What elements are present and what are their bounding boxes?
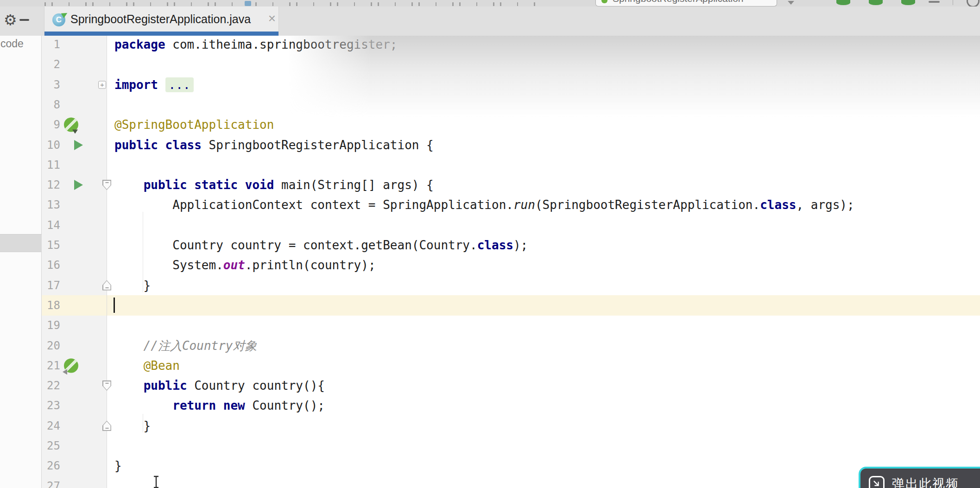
ibeam-cursor [152, 475, 161, 488]
text-caret [114, 298, 115, 313]
code-text: } [114, 275, 151, 296]
spring-boot-gutter-icon[interactable] [64, 118, 78, 132]
code-line-11[interactable]: 11 [42, 155, 980, 175]
tab-title: SpringbootRegisterApplication.java [70, 6, 251, 32]
fold-region-end-icon[interactable] [102, 421, 111, 431]
fold-region-start-icon[interactable] [102, 180, 111, 190]
run-gutter-icon[interactable] [74, 140, 83, 150]
code-line-19[interactable]: 19 [42, 315, 980, 336]
code-line-9[interactable]: 9@SpringBootApplication [42, 114, 980, 135]
code-line-12[interactable]: 12 public static void main(String[] args… [42, 175, 980, 195]
run-button-fragment[interactable] [836, 0, 850, 5]
line-number: 27 [42, 476, 60, 488]
pop-out-icon [869, 476, 885, 488]
code-line-24[interactable]: 24 } [42, 416, 980, 436]
popout-video-label: 弹出此视频 [892, 476, 959, 488]
search-icon-fragment[interactable] [967, 0, 980, 7]
code-editor[interactable]: 1package com.itheima.springbootregister;… [42, 36, 980, 488]
code-line-22[interactable]: 22 public Country country(){ [42, 375, 980, 396]
code-line-27[interactable]: 27 [42, 476, 980, 488]
line-number: 22 [42, 375, 60, 396]
line-number: 26 [42, 456, 60, 476]
close-icon[interactable]: × [268, 6, 276, 32]
popout-video-button[interactable]: 弹出此视频 [859, 467, 980, 488]
code-text: public Country country(){ [114, 375, 325, 396]
tab-springbootregisterapplication[interactable]: C SpringbootRegisterApplication.java × [44, 6, 279, 36]
code-line-21[interactable]: 21 @Bean [42, 355, 980, 376]
breadcrumb-icon [245, 1, 251, 6]
code-line-10[interactable]: 10public class SpringbootRegisterApplica… [42, 135, 980, 155]
code-text: @Bean [114, 355, 180, 376]
code-line-13[interactable]: 13 ApplicationContext context = SpringAp… [42, 195, 980, 215]
code-line-8[interactable]: 8 [42, 95, 980, 115]
code-line-20[interactable]: 20 //注入Country对象 [42, 336, 980, 356]
line-number: 25 [42, 436, 60, 456]
hide-panel-icon[interactable] [19, 19, 29, 21]
code-text: import ... [114, 75, 194, 95]
code-line-14[interactable]: 14 [42, 215, 980, 235]
code-text: Country country = context.getBean(Countr… [114, 235, 528, 255]
toolbar-separator-fragment [929, 1, 940, 3]
line-number: 16 [42, 255, 60, 275]
code-text: package com.itheima.springbootregister; [114, 36, 398, 55]
line-number: 23 [42, 395, 60, 416]
line-number: 3 [42, 75, 60, 95]
code-line-15[interactable]: 15 Country country = context.getBean(Cou… [42, 235, 980, 255]
line-number: 11 [42, 155, 60, 175]
code-line-3[interactable]: 3+import ... [42, 75, 980, 95]
run-configuration-combo[interactable]: SpringbootRegisterApplication [595, 0, 777, 6]
line-number: 8 [42, 95, 60, 115]
code-text: ApplicationContext context = SpringAppli… [114, 195, 854, 215]
project-item-fragment: code [0, 38, 24, 50]
panel-drag-handle[interactable] [0, 234, 42, 252]
run-configuration-name: SpringbootRegisterApplication [613, 0, 744, 4]
spring-bean-gutter-icon[interactable] [64, 358, 78, 373]
fold-region-end-icon[interactable] [102, 280, 111, 291]
line-number: 24 [42, 416, 60, 436]
code-line-25[interactable]: 25 [42, 436, 980, 456]
line-number: 17 [42, 275, 60, 296]
code-line-23[interactable]: 23 return new Country(); [42, 395, 980, 416]
code-text: public class SpringbootRegisterApplicati… [114, 135, 434, 155]
project-panel-sliver: code [0, 36, 42, 488]
debug-button-fragment[interactable] [869, 0, 883, 5]
fold-region-start-icon[interactable] [102, 380, 111, 391]
code-line-26[interactable]: 26} [42, 456, 980, 476]
breadcrumb-fragment [44, 2, 536, 6]
code-text: @SpringBootApplication [114, 114, 274, 135]
editor-tab-bar: ⚙ C SpringbootRegisterApplication.java × [0, 6, 980, 36]
line-number: 19 [42, 315, 60, 336]
run-gutter-icon[interactable] [74, 180, 83, 190]
line-number: 9 [42, 114, 60, 135]
ide-window: SpringbootRegisterApplication ⚙ C Spring… [0, 0, 980, 488]
code-text: } [114, 456, 122, 476]
code-text: return new Country(); [114, 395, 325, 416]
code-line-16[interactable]: 16 System.out.println(country); [42, 255, 980, 275]
line-number: 13 [42, 195, 60, 215]
line-number: 21 [42, 355, 60, 376]
line-number: 14 [42, 215, 60, 235]
code-text: System.out.println(country); [114, 255, 376, 275]
line-number: 2 [42, 54, 60, 75]
code-text: public static void main(String[] args) { [114, 175, 434, 195]
chevron-down-icon[interactable] [788, 1, 794, 5]
gear-icon[interactable]: ⚙ [4, 9, 17, 31]
active-tab-underline [44, 32, 278, 36]
line-number: 10 [42, 135, 60, 155]
code-text: } [114, 416, 151, 436]
code-line-2[interactable]: 2 [42, 54, 980, 75]
code-text: //注入Country对象 [114, 336, 257, 356]
line-number: 1 [42, 36, 60, 55]
code-line-18[interactable]: 18 [42, 295, 980, 316]
toolbar-divider [953, 0, 953, 5]
line-number: 18 [42, 295, 60, 316]
spring-boot-icon [601, 0, 607, 3]
toolbar-strip-cutoff: SpringbootRegisterApplication [0, 0, 980, 7]
fold-expand-icon[interactable]: + [98, 81, 106, 89]
java-class-run-icon: C [52, 13, 65, 26]
code-line-1[interactable]: 1package com.itheima.springbootregister; [42, 36, 980, 55]
line-number: 12 [42, 175, 60, 195]
line-number: 15 [42, 235, 60, 255]
code-line-17[interactable]: 17 } [42, 275, 980, 296]
coverage-button-fragment[interactable] [901, 0, 915, 5]
